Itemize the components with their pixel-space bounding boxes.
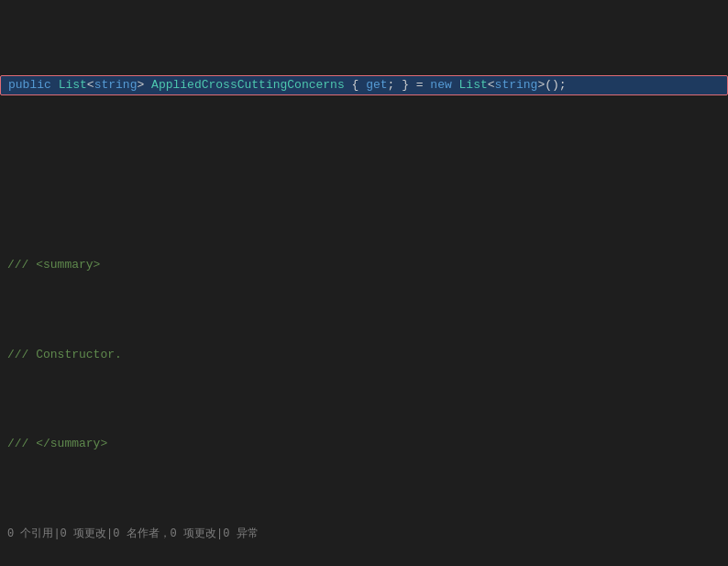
comment-summary-open: /// <summary> — [7, 258, 100, 272]
type-list: List — [59, 78, 87, 92]
type-list2: List — [459, 78, 488, 92]
meta-info-1: 0 个引用|0 项更改|0 名作者，0 项更改|0 异常 — [7, 527, 259, 540]
code-editor: public List<string> AppliedCrossCuttingC… — [0, 0, 728, 566]
keyword-public: public — [8, 78, 51, 92]
code-line-5: /// </summary> — [0, 435, 728, 453]
code-line-1: public List<string> AppliedCrossCuttingC… — [0, 75, 728, 95]
comment-summary-close: /// </summary> — [7, 437, 107, 450]
type-string2: string — [495, 78, 538, 92]
type-string: string — [94, 78, 138, 92]
keyword-get: get — [366, 78, 387, 92]
code-line-4: /// Constructor. — [0, 346, 728, 364]
comment-constructor: /// Constructor. — [7, 348, 122, 361]
code-line-6: 0 个引用|0 项更改|0 名作者，0 项更改|0 异常 — [0, 525, 728, 543]
keyword-new: new — [430, 78, 451, 92]
property-name: AppliedCrossCuttingConcerns — [151, 78, 345, 92]
code-line-3: /// <summary> — [0, 256, 728, 274]
code-line-2 — [0, 167, 728, 185]
